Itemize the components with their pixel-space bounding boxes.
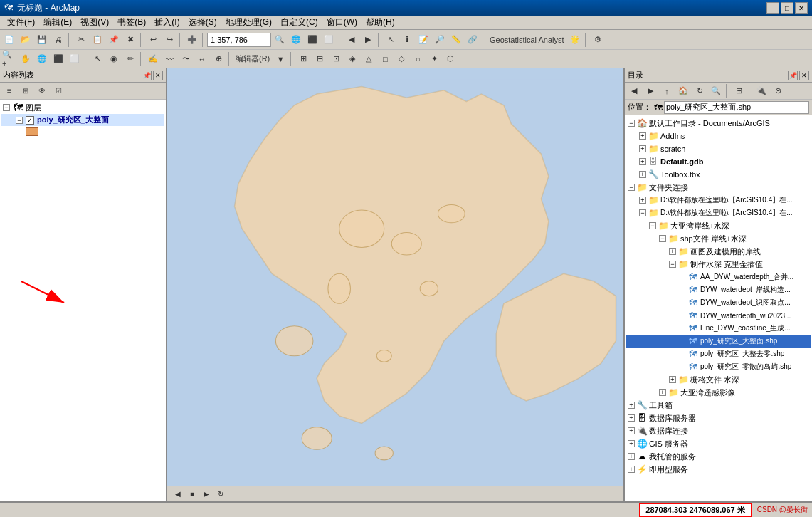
dbserver-expand[interactable]: + <box>628 414 635 422</box>
mymanaged-expand[interactable]: + <box>628 453 635 460</box>
edit-snap2[interactable]: ⊟ <box>312 51 327 67</box>
tree-shpfiles[interactable]: − 📁 shp文件 岸线+水深 <box>626 232 811 245</box>
cat-disconnect-btn[interactable]: ⊝ <box>770 83 786 99</box>
nav-fwd[interactable]: ▶ <box>360 32 376 48</box>
edit-snap6[interactable]: □ <box>377 51 393 67</box>
tree-raster[interactable]: + 📁 栅格文件 水深 <box>626 373 811 386</box>
gisserver-expand[interactable]: + <box>628 440 635 447</box>
edit-vertices[interactable]: ◉ <box>106 51 122 67</box>
extent-btn[interactable]: ⬛ <box>305 32 320 48</box>
menu-view[interactable]: 视图(V) <box>76 16 113 29</box>
arc-tool[interactable]: 〰 <box>162 51 177 67</box>
layout-btn[interactable]: ⚙ <box>590 32 606 48</box>
tree-poly-zero[interactable]: 🗺 poly_研究区_大整去零.shp <box>626 348 811 360</box>
tree-mymanaged[interactable]: + ☁ 我托管的服务 <box>626 450 811 463</box>
tree-default-dir[interactable]: − 🏠 默认工作目录 - Documents/ArcGIS <box>626 117 811 130</box>
pointer-tool[interactable]: ↖ <box>90 51 105 67</box>
tree-dbconn[interactable]: + 🔌 数据库连接 <box>626 424 811 437</box>
identify-tool[interactable]: 📝 <box>416 32 431 48</box>
tree-line-dyw[interactable]: 🗺 Line_DYW_coastline_生成... <box>626 322 811 335</box>
new-button[interactable]: 📄 <box>1 32 17 48</box>
menu-window[interactable]: 窗口(W) <box>322 16 362 29</box>
tree-dayawan[interactable]: − 📁 大亚湾岸线+水深 <box>626 219 811 232</box>
menu-select[interactable]: 选择(S) <box>184 16 221 29</box>
hyperlink-tool[interactable]: 🔗 <box>465 32 480 48</box>
menu-file[interactable]: 文件(F) <box>3 16 39 29</box>
tree-dyw-recog[interactable]: 🗺 DYW_waterdept_识图取点... <box>626 296 811 309</box>
copy-button[interactable]: 📋 <box>90 32 105 48</box>
open-button[interactable]: 📂 <box>18 32 33 48</box>
edit-snap9[interactable]: ✦ <box>426 51 442 67</box>
tree-scratch[interactable]: + 📁 scratch <box>626 142 811 155</box>
map-nav-btn3[interactable]: ▶ <box>200 488 213 501</box>
cat-connect-btn[interactable]: 🔌 <box>754 83 769 99</box>
nav-back[interactable]: ◀ <box>344 32 359 48</box>
pan-btn[interactable]: ✋ <box>18 51 33 67</box>
toc-list-by-source[interactable]: ⊞ <box>18 83 33 99</box>
minimize-button[interactable]: — <box>766 2 779 14</box>
tree-poly-scatter[interactable]: 🗺 poly_研究区_零散的岛屿.shp <box>626 360 811 373</box>
addins-expand[interactable]: + <box>639 132 646 140</box>
menu-customize[interactable]: 自定义(C) <box>276 16 322 29</box>
default-dir-expand[interactable]: − <box>628 120 635 127</box>
tree-addins[interactable]: + 📁 AddIns <box>626 130 811 142</box>
edit-snap4[interactable]: ◈ <box>344 51 360 67</box>
catalog-close-btn[interactable]: ✕ <box>799 70 809 80</box>
cat-view-btn[interactable]: ⊞ <box>731 83 747 99</box>
toolbox-expand[interactable]: + <box>639 171 646 178</box>
menu-help[interactable]: 帮助(H) <box>362 16 399 29</box>
tree-coastline[interactable]: + 📁 画图及建模用的岸线 <box>626 245 811 258</box>
cat-refresh-btn[interactable]: ↻ <box>692 83 707 99</box>
close-button[interactable]: ✕ <box>795 2 808 14</box>
sel-rect[interactable]: ⬛ <box>51 51 66 67</box>
cat-up-btn[interactable]: ↑ <box>659 83 675 99</box>
coastline-expand[interactable]: + <box>669 248 676 255</box>
reshape-btn[interactable]: ✏ <box>122 51 138 67</box>
layer1-checkbox[interactable]: ✓ <box>26 116 34 125</box>
tree-fileconn[interactable]: − 📁 文件夹连接 <box>626 181 811 194</box>
dayawan-expand[interactable]: − <box>649 222 656 229</box>
tree-tools[interactable]: + 🔧 工具箱 <box>626 399 811 412</box>
tree-dbserver[interactable]: + 🗄 数据库服务器 <box>626 412 811 424</box>
editor-dropdown[interactable]: ▼ <box>273 51 288 67</box>
toc-close-btn[interactable]: ✕ <box>153 70 163 80</box>
darc2-expand[interactable]: − <box>639 209 646 216</box>
scale-input[interactable] <box>207 33 271 47</box>
tree-toolbox[interactable]: + 🔧 Toolbox.tbx <box>626 168 811 181</box>
sketch-tool[interactable]: ✍ <box>145 51 161 67</box>
paste-button[interactable]: 📌 <box>106 32 122 48</box>
toc-layer-1[interactable]: − ✓ poly_研究区_大整面 <box>1 114 164 126</box>
tree-dayawan-rs[interactable]: + 📁 大亚湾遥感影像 <box>626 386 811 399</box>
map-nav-btn2[interactable]: ■ <box>186 488 199 501</box>
cat-home-btn[interactable]: 🏠 <box>675 83 691 99</box>
edit-snap5[interactable]: △ <box>361 51 376 67</box>
tree-poly-main[interactable]: 🗺 poly_研究区_大整面.shp <box>626 335 811 348</box>
edit-snap7[interactable]: ◇ <box>394 51 409 67</box>
geostat-btn[interactable]: 🌟 <box>567 32 583 48</box>
cat-search-btn[interactable]: 🔍 <box>708 83 724 99</box>
tree-aa-dyw[interactable]: 🗺 AA_DYW_waterdepth_合并... <box>626 271 811 283</box>
redo-button[interactable]: ↪ <box>162 32 177 48</box>
globe-btn2[interactable]: 🌐 <box>34 51 50 67</box>
distance-tool[interactable]: ↔ <box>194 51 210 67</box>
zoom-in-btn[interactable]: 🔍+ <box>1 51 17 67</box>
tree-defaultgdb[interactable]: + 🗄 Default.gdb <box>626 155 811 168</box>
darc1-expand[interactable]: + <box>639 197 646 204</box>
layer1-expand[interactable]: − <box>16 117 23 124</box>
undo-button[interactable]: ↩ <box>145 32 161 48</box>
readyuse-expand[interactable]: + <box>628 466 635 473</box>
shpfiles-expand[interactable]: − <box>659 235 666 242</box>
tree-waterdepth[interactable]: − 📁 制作水深 克里金插值 <box>626 258 811 271</box>
fileconn-expand[interactable]: − <box>628 184 635 191</box>
tree-readyuse[interactable]: + ⚡ 即用型服务 <box>626 463 811 476</box>
zoom-btn[interactable]: 🔍 <box>272 32 288 48</box>
toc-list-by-visibility[interactable]: 👁 <box>34 83 50 99</box>
extent-btn2[interactable]: ⬜ <box>321 32 337 48</box>
cat-back-btn[interactable]: ◀ <box>626 83 642 99</box>
find-tool[interactable]: 🔎 <box>432 32 448 48</box>
menu-insert[interactable]: 插入(I) <box>150 16 184 29</box>
raster-expand[interactable]: + <box>669 376 676 383</box>
sel-rect2[interactable]: ⬜ <box>67 51 83 67</box>
scratch-expand[interactable]: + <box>639 145 646 152</box>
toc-layers-group[interactable]: − 🗺 图层 <box>1 101 164 114</box>
